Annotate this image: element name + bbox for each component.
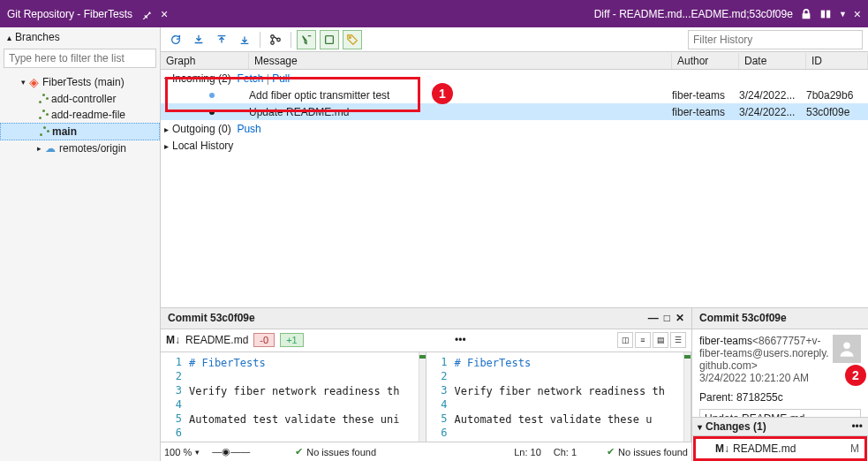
branch-filter-input[interactable] [4, 49, 156, 68]
col-author[interactable]: Author [672, 53, 739, 69]
close-icon[interactable]: ✕ [676, 312, 684, 324]
pull-button[interactable] [212, 30, 231, 49]
view-side-button[interactable]: ◫ [617, 332, 633, 348]
dropdown-icon[interactable]: ▼ [839, 10, 847, 19]
content-area: Graph Message Author Date ID Incoming (2… [161, 27, 868, 461]
callout-badge-2: 2 [845, 365, 866, 386]
branch-icon [37, 94, 48, 104]
more-icon[interactable]: ••• [851, 420, 863, 433]
incoming-group[interactable]: Incoming (2) Fetch | Pull [161, 70, 868, 87]
remotes-node[interactable]: ▸☁remotes/origin [0, 140, 160, 156]
commit-details-panel: Commit 53c0f09e fiber-teams<86677757+v- … [691, 308, 868, 462]
push-button[interactable] [235, 30, 254, 49]
commit-datetime: 3/24/2022 10:21:20 AM [699, 372, 861, 384]
check-icon: ✔ [295, 446, 303, 457]
parent-link[interactable]: 8718255c [736, 391, 783, 404]
changed-file-row[interactable]: M↓ README.md M [693, 436, 867, 461]
sidebar: Branches ▾◈FiberTests (main) add-control… [0, 27, 161, 461]
lock-icon [800, 8, 812, 20]
col-id[interactable]: ID [806, 53, 868, 69]
col-message[interactable]: Message [249, 53, 672, 69]
more-icon[interactable]: ••• [455, 334, 466, 346]
diff-filename: README.md [185, 334, 248, 346]
branch-icon [37, 110, 48, 120]
commit-message-field[interactable]: Update README.md [699, 409, 861, 418]
fetch-link[interactable]: Fetch [237, 72, 263, 85]
col-date[interactable]: Date [739, 53, 806, 69]
svg-point-2 [271, 34, 275, 38]
filter-tag-button[interactable] [343, 30, 362, 49]
view-inline-button[interactable]: ≡ [635, 332, 651, 348]
branch-add-readme[interactable]: add-readme-file [0, 107, 160, 123]
view-tree-button[interactable]: ▤ [653, 332, 668, 348]
fetch-button[interactable] [189, 30, 208, 49]
ln-indicator: Ln: 10 [514, 447, 541, 457]
filter-local-button[interactable] [320, 30, 339, 49]
change-mark: M [850, 442, 859, 455]
maximize-icon[interactable]: □ [664, 312, 670, 324]
branch-icon [38, 126, 49, 137]
branch-add-controller[interactable]: add-controller [0, 91, 160, 107]
avatar [833, 335, 861, 363]
minimap-right[interactable] [683, 352, 691, 442]
zoom-level[interactable]: 100 % [164, 447, 192, 457]
repo-node[interactable]: ▾◈FiberTests (main) [0, 73, 160, 91]
removed-chip: -0 [253, 333, 275, 347]
commit-row[interactable]: Add fiber optic transmitter test fiber-t… [161, 87, 868, 103]
outgoing-group[interactable]: Outgoing (0) Push [161, 120, 868, 137]
filter-incoming-button[interactable] [297, 30, 316, 49]
added-chip: +1 [280, 333, 304, 347]
svg-rect-1 [826, 10, 830, 18]
svg-point-3 [271, 41, 275, 44]
local-history-group[interactable]: Local History [161, 137, 868, 154]
push-link[interactable]: Push [237, 123, 260, 135]
minimize-icon[interactable]: — [648, 312, 659, 324]
close-icon[interactable]: × [854, 7, 861, 21]
svg-point-6 [350, 36, 351, 38]
history-grid-header: Graph Message Author Date ID [161, 52, 868, 70]
zoom-slider[interactable]: —◉—— [212, 446, 283, 457]
ch-indicator: Ch: 1 [554, 447, 577, 457]
diff-right-pane[interactable]: 1234567891011 # FiberTests Verify fiber … [426, 352, 692, 442]
title-bar: Git Repository - FiberTests × Diff - REA… [0, 0, 868, 27]
view-list-button[interactable]: ☰ [670, 332, 686, 348]
commit-header: Commit 53c0f09e —□✕ [161, 308, 691, 329]
check-icon: ✔ [607, 446, 615, 457]
window-title-right: Diff - README.md...EADME.md;53c0f09e [594, 8, 793, 20]
branch-graph-button[interactable] [266, 30, 285, 49]
refresh-button[interactable] [166, 30, 185, 49]
svg-point-7 [843, 342, 850, 349]
diff-panel: Commit 53c0f09e —□✕ M↓ README.md -0 +1 •… [161, 308, 691, 462]
git-icon: ◈ [29, 75, 39, 89]
lower-panel: Commit 53c0f09e —□✕ M↓ README.md -0 +1 •… [161, 307, 868, 462]
changes-header[interactable]: Changes (1)••• [692, 417, 868, 436]
cloud-icon: ☁ [45, 142, 56, 155]
branches-header[interactable]: Branches [0, 27, 160, 47]
details-header: Commit 53c0f09e [692, 308, 868, 329]
pull-link[interactable]: Pull [272, 72, 290, 85]
branch-main[interactable]: main [0, 123, 160, 140]
history-filter-input[interactable] [688, 30, 863, 49]
diff-area: 12345678910 # FiberTests Verify fiber ne… [161, 352, 691, 442]
commit-row[interactable]: Update README.md fiber-teams 3/24/2022..… [161, 103, 868, 120]
col-graph[interactable]: Graph [161, 53, 249, 69]
svg-rect-0 [821, 10, 825, 18]
history-grid-body: Incoming (2) Fetch | Pull Add fiber opti… [161, 70, 868, 154]
close-panel-icon[interactable]: × [161, 7, 168, 21]
svg-rect-5 [326, 35, 334, 43]
branch-tree: ▾◈FiberTests (main) add-controller add-r… [0, 70, 160, 160]
status-bar: 100 %▾ —◉—— ✔No issues found Ln: 10 Ch: … [161, 442, 691, 461]
window-title-left: Git Repository - FiberTests [7, 8, 132, 20]
callout-badge-1: 1 [432, 83, 453, 104]
pin-icon[interactable] [141, 9, 152, 19]
svg-point-4 [277, 38, 281, 42]
file-bar: M↓ README.md -0 +1 ••• ◫ ≡ ▤ ☰ [161, 329, 691, 352]
split-icon[interactable] [819, 8, 832, 20]
minimap-left[interactable] [419, 352, 426, 442]
history-toolbar [161, 27, 868, 52]
diff-left-pane[interactable]: 12345678910 # FiberTests Verify fiber ne… [161, 352, 426, 442]
